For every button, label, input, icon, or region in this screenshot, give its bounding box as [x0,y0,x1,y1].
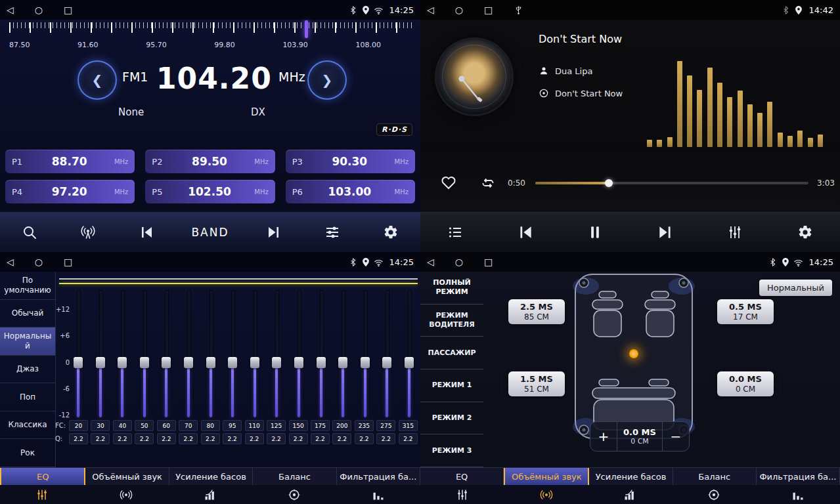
slider-thumb[interactable] [96,357,105,368]
tab-bass-boost[interactable]: Усиление басов [169,468,253,485]
preset-button-p1[interactable]: P188.70MHz [5,150,135,173]
recents-icon[interactable]: □ [64,257,72,266]
preset-button-p4[interactable]: P497.20MHz [5,180,135,203]
eq-preset-classic[interactable]: Классика [0,411,55,440]
tab-surround-icon-cell[interactable] [504,488,588,501]
back-icon[interactable]: ◁ [7,5,14,14]
tab-eq[interactable]: EQ [420,468,504,485]
tab-filter-icon-cell[interactable] [756,488,840,501]
eq-band-slider[interactable] [96,290,105,417]
rear-right-speaker-delay[interactable]: 0.0 MS 0 CM [717,371,774,396]
eq-preset-pop[interactable]: Поп [0,383,55,411]
front-right-speaker-delay[interactable]: 0.5 MS 17 CM [717,299,774,324]
eq-band-slider[interactable] [338,290,347,417]
slider-thumb[interactable] [228,357,237,368]
tab-bass-icon-cell[interactable] [588,488,673,501]
slider-thumb[interactable] [405,357,414,368]
next-track-button[interactable] [652,219,679,246]
preset-button-p6[interactable]: P6103.00MHz [286,180,415,203]
tab-bass-boost[interactable]: Усиление басов [589,468,673,485]
slider-thumb[interactable] [382,357,391,368]
eq-band-slider[interactable] [294,290,303,417]
pause-button[interactable] [581,219,609,246]
eq-preset-custom[interactable]: Обычай [0,300,55,328]
tab-surround-icon-cell[interactable] [84,488,168,501]
slider-thumb[interactable] [74,357,83,368]
delay-decrease-button[interactable]: − [663,422,689,451]
mode-full[interactable]: ПОЛНЫЙ РЕЖИМ [420,272,483,304]
tune-down-button[interactable]: ❮ [77,60,117,100]
eq-band-slider[interactable] [162,290,171,417]
tab-surround[interactable]: Объёмный звук [504,468,589,485]
stations-button[interactable] [74,219,102,246]
front-left-speaker-delay[interactable]: 2.5 MS 85 CM [508,299,565,324]
back-icon[interactable]: ◁ [427,257,434,266]
progress-bar[interactable] [535,182,808,184]
slider-thumb[interactable] [140,357,149,368]
tab-balance[interactable]: Баланс [673,468,757,485]
seek-forward-button[interactable] [260,219,288,246]
tab-balance[interactable]: Баланс [253,468,336,485]
recents-icon[interactable]: □ [64,5,72,14]
eq-band-slider[interactable] [250,290,259,417]
mode-2[interactable]: РЕЖИМ 2 [420,402,483,435]
mode-driver[interactable]: РЕЖИМ ВОДИТЕЛЯ [420,304,483,337]
recents-icon[interactable]: □ [484,257,493,266]
slider-thumb[interactable] [250,357,259,368]
tab-balance-icon-cell[interactable] [252,488,336,501]
tab-filter[interactable]: Фильтрация ба... [337,468,420,485]
settings-button[interactable] [791,219,819,246]
eq-shortcut-button[interactable] [721,219,749,246]
eq-band-slider[interactable] [405,290,414,417]
slider-thumb[interactable] [162,357,171,368]
seek-back-button[interactable] [133,219,160,246]
tab-eq[interactable]: EQ [0,468,85,485]
preset-button-p5[interactable]: P5102.50MHz [145,180,275,203]
delay-increase-button[interactable]: + [590,422,617,451]
tab-eq-icon-cell[interactable] [0,488,84,501]
home-icon[interactable]: ○ [35,5,43,14]
tab-eq-icon-cell[interactable] [420,488,504,501]
slider-thumb[interactable] [317,357,326,368]
tab-bass-icon-cell[interactable] [168,488,252,501]
slider-thumb[interactable] [361,357,370,368]
mode-3[interactable]: РЕЖИМ 3 [420,434,483,467]
settings-button[interactable] [377,219,405,246]
tab-filter[interactable]: Фильтрация ба... [757,468,840,485]
eq-band-slider[interactable] [206,290,215,417]
eq-band-slider[interactable] [228,290,237,417]
progress-thumb[interactable] [605,179,613,187]
slider-thumb[interactable] [272,357,281,368]
rear-left-speaker-delay[interactable]: 1.5 MS 51 CM [508,371,565,396]
home-icon[interactable]: ○ [455,257,463,266]
slider-thumb[interactable] [294,357,303,368]
eq-preset-badge[interactable]: Нормальный [759,280,832,296]
listening-position-dot[interactable] [629,349,638,358]
slider-thumb[interactable] [206,357,215,368]
preset-button-p3[interactable]: P390.30MHz [286,150,415,173]
tab-balance-icon-cell[interactable] [672,488,756,501]
eq-preset-normal[interactable]: Нормальный [0,327,55,356]
favorite-button[interactable] [440,175,457,194]
back-icon[interactable]: ◁ [427,5,434,14]
audio-settings-button[interactable] [319,219,346,246]
tune-up-button[interactable]: ❯ [307,60,347,100]
previous-track-button[interactable] [512,219,539,246]
tab-surround[interactable]: Объёмный звук [85,468,169,485]
mode-1[interactable]: РЕЖИМ 1 [420,369,483,402]
home-icon[interactable]: ○ [455,5,463,14]
recents-icon[interactable]: □ [484,5,493,14]
tab-filter-icon-cell[interactable] [336,488,420,501]
eq-band-slider[interactable] [317,290,326,417]
home-icon[interactable]: ○ [35,257,43,266]
frequency-scale[interactable] [9,22,414,38]
eq-band-slider[interactable] [140,290,149,417]
slider-thumb[interactable] [184,357,193,368]
eq-preset-jazz[interactable]: Джаз [0,356,55,384]
eq-preset-rock[interactable]: Рок [0,439,55,467]
eq-band-slider[interactable] [118,290,127,417]
repeat-button[interactable] [479,175,497,194]
eq-band-slider[interactable] [74,290,83,417]
eq-preset-default[interactable]: По умолчанию [0,272,55,300]
playlist-button[interactable] [441,219,469,246]
